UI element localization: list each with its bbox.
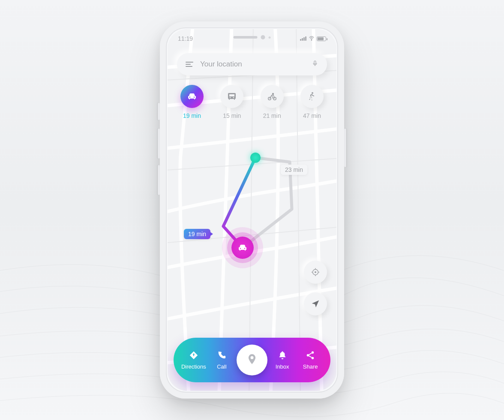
svg-point-10 (307, 354, 309, 357)
phone-mockup: 11:19 Your location (160, 21, 344, 399)
car-icon (180, 85, 204, 108)
wifi-icon (308, 35, 315, 43)
microphone-icon[interactable] (312, 59, 318, 69)
alt-route-time: 23 min (281, 165, 307, 175)
mode-bike[interactable]: 21 min (257, 85, 287, 119)
mode-walk-label: 47 min (303, 112, 321, 119)
destination-marker[interactable] (250, 153, 261, 163)
svg-point-9 (312, 351, 314, 354)
phone-icon (217, 351, 226, 361)
phone-screen: 11:19 Your location (168, 29, 336, 391)
walk-icon (300, 85, 324, 108)
bottom-nav: Directions Call Inbox (174, 338, 330, 382)
svg-point-8 (315, 272, 316, 273)
svg-point-11 (312, 357, 314, 359)
battery-icon (317, 36, 326, 41)
nav-center-location[interactable] (237, 345, 267, 375)
nav-share[interactable]: Share (297, 351, 324, 370)
primary-route-time: 19 min (184, 229, 210, 239)
mode-car-label: 19 min (183, 112, 201, 119)
status-time: 11:19 (178, 35, 193, 42)
search-placeholder: Your location (200, 60, 305, 69)
bus-icon (220, 85, 243, 108)
mode-bus[interactable]: 15 min (217, 85, 247, 119)
nav-inbox[interactable]: Inbox (269, 351, 296, 370)
menu-icon[interactable] (186, 62, 193, 67)
nav-call[interactable]: Call (208, 351, 235, 370)
search-bar[interactable]: Your location (177, 53, 327, 75)
directions-icon (189, 351, 198, 361)
status-bar: 11:19 (168, 29, 336, 48)
recenter-button[interactable] (304, 261, 327, 284)
compass-button[interactable] (304, 292, 327, 315)
pin-icon (246, 353, 258, 367)
bell-icon (278, 351, 287, 361)
nav-share-label: Share (303, 363, 318, 370)
bike-icon (261, 85, 284, 108)
signal-icon (300, 36, 306, 41)
nav-directions-label: Directions (181, 363, 206, 370)
nav-directions[interactable]: Directions (180, 351, 207, 370)
share-icon (306, 351, 315, 361)
mode-bus-label: 15 min (223, 112, 241, 119)
svg-point-1 (311, 40, 312, 40)
mode-bike-label: 21 min (263, 112, 281, 119)
nav-inbox-label: Inbox (276, 363, 289, 370)
mode-walk[interactable]: 47 min (297, 85, 327, 119)
transport-modes: 19 min 15 min 21 min 47 min (177, 85, 327, 119)
svg-point-5 (272, 93, 273, 95)
svg-rect-0 (168, 29, 336, 391)
svg-rect-2 (314, 61, 316, 64)
svg-point-6 (312, 92, 313, 94)
current-location-marker[interactable] (231, 237, 254, 259)
mode-car[interactable]: 19 min (177, 85, 207, 119)
nav-call-label: Call (217, 363, 226, 370)
